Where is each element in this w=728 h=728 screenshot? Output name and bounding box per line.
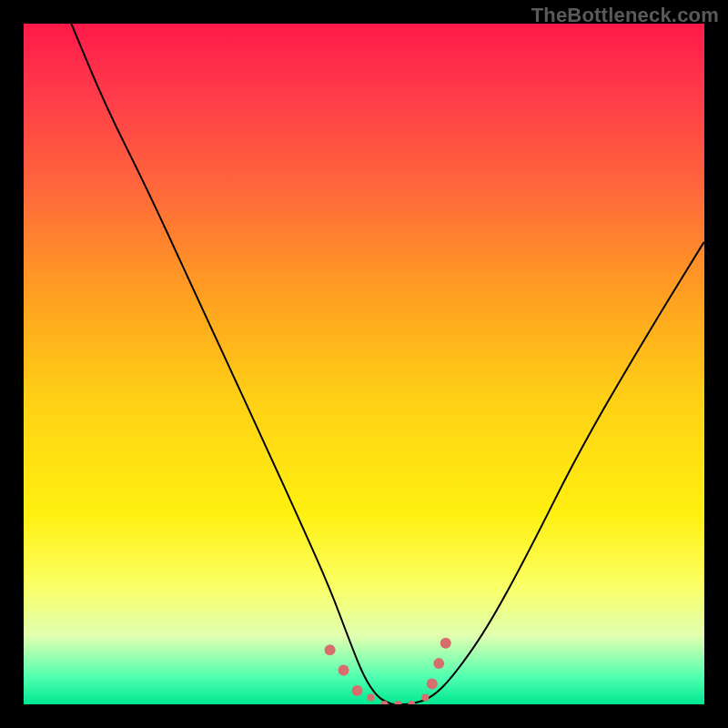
highlight-marker bbox=[408, 701, 415, 704]
highlight-marker-group bbox=[325, 638, 451, 704]
highlight-marker bbox=[421, 694, 429, 702]
highlight-marker bbox=[440, 638, 451, 649]
chart-plot-area bbox=[24, 24, 704, 704]
watermark-text: TheBottleneck.com bbox=[531, 4, 719, 27]
highlight-marker bbox=[427, 679, 438, 690]
highlight-marker bbox=[352, 685, 363, 696]
highlight-marker bbox=[367, 694, 374, 702]
highlight-marker bbox=[339, 665, 349, 676]
highlight-marker bbox=[433, 658, 444, 669]
curve-path bbox=[71, 24, 704, 704]
highlight-marker bbox=[394, 701, 401, 704]
highlight-marker bbox=[325, 644, 336, 655]
bottleneck-curve bbox=[24, 24, 704, 704]
